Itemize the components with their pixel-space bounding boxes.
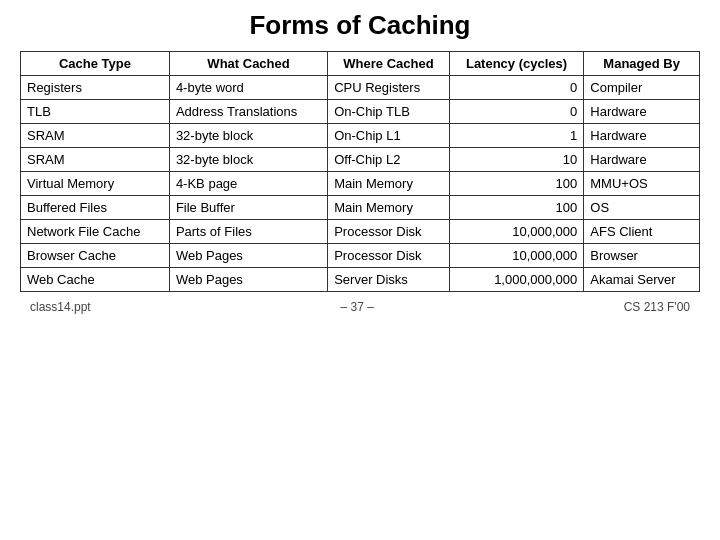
caching-table: Cache Type What Cached Where Cached Late… <box>20 51 700 292</box>
cell-what_cached-0: 4-byte word <box>169 76 327 100</box>
header-what-cached: What Cached <box>169 52 327 76</box>
cell-what_cached-2: 32-byte block <box>169 124 327 148</box>
cell-cache_type-5: Buffered Files <box>21 196 170 220</box>
cell-latency-6: 10,000,000 <box>449 220 583 244</box>
cell-what_cached-3: 32-byte block <box>169 148 327 172</box>
header-cache-type: Cache Type <box>21 52 170 76</box>
cell-latency-5: 100 <box>449 196 583 220</box>
header-where-cached: Where Cached <box>328 52 450 76</box>
cell-where_cached-8: Server Disks <box>328 268 450 292</box>
page-title: Forms of Caching <box>249 10 470 41</box>
cell-cache_type-6: Network File Cache <box>21 220 170 244</box>
cell-where_cached-5: Main Memory <box>328 196 450 220</box>
cell-managed_by-7: Browser <box>584 244 700 268</box>
table-row: Registers4-byte wordCPU Registers0Compil… <box>21 76 700 100</box>
cell-cache_type-4: Virtual Memory <box>21 172 170 196</box>
cell-cache_type-2: SRAM <box>21 124 170 148</box>
table-row: Browser CacheWeb PagesProcessor Disk10,0… <box>21 244 700 268</box>
cell-where_cached-1: On-Chip TLB <box>328 100 450 124</box>
table-row: Buffered FilesFile BufferMain Memory100O… <box>21 196 700 220</box>
cell-what_cached-5: File Buffer <box>169 196 327 220</box>
cell-latency-4: 100 <box>449 172 583 196</box>
cell-what_cached-8: Web Pages <box>169 268 327 292</box>
cell-what_cached-7: Web Pages <box>169 244 327 268</box>
table-header-row: Cache Type What Cached Where Cached Late… <box>21 52 700 76</box>
cell-cache_type-8: Web Cache <box>21 268 170 292</box>
cell-cache_type-7: Browser Cache <box>21 244 170 268</box>
cell-cache_type-0: Registers <box>21 76 170 100</box>
page: Forms of Caching Cache Type What Cached … <box>0 0 720 540</box>
table-row: Web CacheWeb PagesServer Disks1,000,000,… <box>21 268 700 292</box>
footer-center: – 37 – <box>341 300 374 314</box>
table-row: TLBAddress TranslationsOn-Chip TLB0Hardw… <box>21 100 700 124</box>
cell-latency-0: 0 <box>449 76 583 100</box>
cell-managed_by-1: Hardware <box>584 100 700 124</box>
cell-latency-2: 1 <box>449 124 583 148</box>
cell-where_cached-7: Processor Disk <box>328 244 450 268</box>
cell-where_cached-4: Main Memory <box>328 172 450 196</box>
cell-latency-1: 0 <box>449 100 583 124</box>
cell-where_cached-0: CPU Registers <box>328 76 450 100</box>
cell-latency-8: 1,000,000,000 <box>449 268 583 292</box>
cell-managed_by-4: MMU+OS <box>584 172 700 196</box>
cell-managed_by-5: OS <box>584 196 700 220</box>
footer-left: class14.ppt <box>30 300 91 314</box>
cell-managed_by-2: Hardware <box>584 124 700 148</box>
cell-where_cached-2: On-Chip L1 <box>328 124 450 148</box>
table-row: SRAM32-byte blockOn-Chip L11Hardware <box>21 124 700 148</box>
header-latency: Latency (cycles) <box>449 52 583 76</box>
cell-where_cached-3: Off-Chip L2 <box>328 148 450 172</box>
cell-managed_by-8: Akamai Server <box>584 268 700 292</box>
cell-cache_type-1: TLB <box>21 100 170 124</box>
cell-latency-3: 10 <box>449 148 583 172</box>
footer-right: CS 213 F'00 <box>624 300 690 314</box>
table-row: Virtual Memory4-KB pageMain Memory100MMU… <box>21 172 700 196</box>
header-managed-by: Managed By <box>584 52 700 76</box>
cell-latency-7: 10,000,000 <box>449 244 583 268</box>
cell-managed_by-0: Compiler <box>584 76 700 100</box>
cell-what_cached-4: 4-KB page <box>169 172 327 196</box>
cell-managed_by-6: AFS Client <box>584 220 700 244</box>
cell-managed_by-3: Hardware <box>584 148 700 172</box>
cell-where_cached-6: Processor Disk <box>328 220 450 244</box>
table-row: SRAM32-byte blockOff-Chip L210Hardware <box>21 148 700 172</box>
cell-cache_type-3: SRAM <box>21 148 170 172</box>
cell-what_cached-1: Address Translations <box>169 100 327 124</box>
cell-what_cached-6: Parts of Files <box>169 220 327 244</box>
table-row: Network File CacheParts of FilesProcesso… <box>21 220 700 244</box>
footer: class14.ppt – 37 – CS 213 F'00 <box>20 292 700 318</box>
